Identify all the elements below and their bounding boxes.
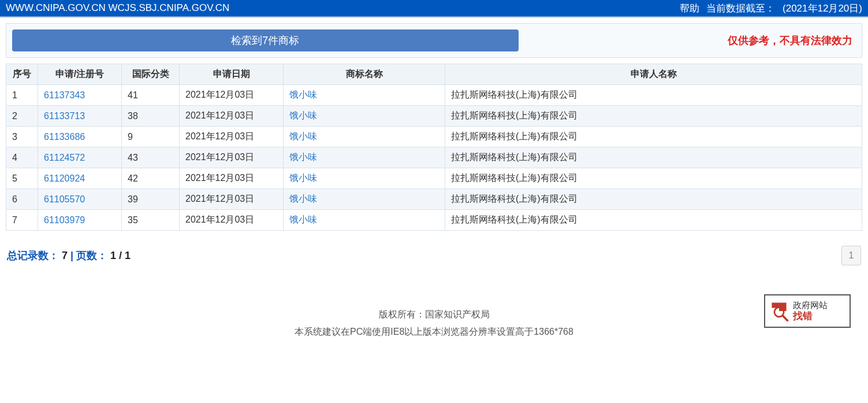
cell-intl-class: 43 <box>122 147 180 168</box>
th-regno: 申请/注册号 <box>38 64 122 85</box>
cell-applicant: 拉扎斯网络科技(上海)有限公司 <box>445 106 862 127</box>
cell-intl-class: 38 <box>122 106 180 127</box>
cell-regno[interactable]: 61120924 <box>38 168 122 189</box>
cell-regno[interactable]: 61124572 <box>38 147 122 168</box>
cell-tm-name[interactable]: 饿小味 <box>284 210 445 231</box>
cell-seq: 4 <box>6 147 38 168</box>
cell-app-date: 2021年12月03日 <box>180 189 284 210</box>
th-applicant: 申请人名称 <box>445 64 862 85</box>
th-tm-name: 商标名称 <box>284 64 445 85</box>
svg-line-1 <box>783 316 787 320</box>
cell-applicant: 拉扎斯网络科技(上海)有限公司 <box>445 147 862 168</box>
cell-seq: 7 <box>6 210 38 231</box>
cell-regno[interactable]: 61133686 <box>38 127 122 147</box>
cell-intl-class: 35 <box>122 210 180 231</box>
cell-app-date: 2021年12月03日 <box>180 85 284 106</box>
cell-tm-name[interactable]: 饿小味 <box>284 189 445 210</box>
header-urls: WWW.CNIPA.GOV.CN WCJS.SBJ.CNIPA.GOV.CN <box>6 2 229 14</box>
cell-applicant: 拉扎斯网络科技(上海)有限公司 <box>445 127 862 147</box>
cell-app-date: 2021年12月03日 <box>180 127 284 147</box>
cell-intl-class: 39 <box>122 189 180 210</box>
results-table: 序号 申请/注册号 国际分类 申请日期 商标名称 申请人名称 161137343… <box>6 64 862 231</box>
total-label: 总记录数： <box>7 250 59 261</box>
data-as-of-label: 当前数据截至： <box>706 3 775 14</box>
table-row: 36113368692021年12月03日饿小味拉扎斯网络科技(上海)有限公司 <box>6 127 862 147</box>
cell-app-date: 2021年12月03日 <box>180 168 284 189</box>
cell-seq: 1 <box>6 85 38 106</box>
table-header-row: 序号 申请/注册号 国际分类 申请日期 商标名称 申请人名称 <box>6 64 862 85</box>
cell-seq: 2 <box>6 106 38 127</box>
table-row: 461124572432021年12月03日饿小味拉扎斯网络科技(上海)有限公司 <box>6 147 862 168</box>
cell-tm-name[interactable]: 饿小味 <box>284 168 445 189</box>
cell-tm-name[interactable]: 饿小味 <box>284 127 445 147</box>
footer: 版权所有：国家知识产权局 本系统建议在PC端使用IE8以上版本浏览器分辨率设置高… <box>6 306 862 341</box>
cell-regno[interactable]: 61103979 <box>38 210 122 231</box>
table-row: 761103979352021年12月03日饿小味拉扎斯网络科技(上海)有限公司 <box>6 210 862 231</box>
cell-applicant: 拉扎斯网络科技(上海)有限公司 <box>445 168 862 189</box>
cell-seq: 3 <box>6 127 38 147</box>
cell-regno[interactable]: 61137343 <box>38 85 122 106</box>
cell-intl-class: 42 <box>122 168 180 189</box>
page-number-button[interactable]: 1 <box>841 246 861 265</box>
cell-app-date: 2021年12月03日 <box>180 106 284 127</box>
cell-regno[interactable]: 61105570 <box>38 189 122 210</box>
gov-badge-top: 政府网站 <box>793 300 828 310</box>
page-label: 页数： <box>76 250 107 261</box>
cell-app-date: 2021年12月03日 <box>180 210 284 231</box>
cell-tm-name[interactable]: 饿小味 <box>284 106 445 127</box>
total-value: 7 <box>62 250 68 261</box>
cell-seq: 6 <box>6 189 38 210</box>
th-seq: 序号 <box>6 64 38 85</box>
cell-intl-class: 9 <box>122 127 180 147</box>
result-summary-banner: 检索到7件商标 <box>12 29 519 51</box>
cell-tm-name[interactable]: 饿小味 <box>284 147 445 168</box>
help-link[interactable]: 帮助 <box>680 3 699 14</box>
legal-disclaimer: 仅供参考，不具有法律效力 <box>519 34 856 47</box>
table-row: 661105570392021年12月03日饿小味拉扎斯网络科技(上海)有限公司 <box>6 189 862 210</box>
data-as-of-value: (2021年12月20日) <box>783 3 862 14</box>
footer-sys-req: 本系统建议在PC端使用IE8以上版本浏览器分辨率设置高于1366*768 <box>6 323 862 341</box>
gov-badge-text: 政府网站 找错 <box>793 300 828 322</box>
main-container: 检索到7件商标 仅供参考，不具有法律效力 序号 申请/注册号 国际分类 申请日期… <box>0 17 868 347</box>
gov-badge-bottom: 找错 <box>793 310 828 322</box>
top-bar: WWW.CNIPA.GOV.CN WCJS.SBJ.CNIPA.GOV.CN 帮… <box>0 0 868 17</box>
header-right: 帮助 当前数据截至： (2021年12月20日) <box>675 2 862 15</box>
cell-seq: 5 <box>6 168 38 189</box>
paging-row: 总记录数： 7 | 页数： 1 / 1 1 <box>6 231 862 271</box>
th-intl-class: 国际分类 <box>122 64 180 85</box>
footer-copyright: 版权所有：国家知识产权局 <box>6 306 862 323</box>
table-row: 261133713382021年12月03日饿小味拉扎斯网络科技(上海)有限公司 <box>6 106 862 127</box>
paging-summary: 总记录数： 7 | 页数： 1 / 1 <box>7 249 131 262</box>
gov-error-report-badge[interactable]: 政府网站 找错 <box>764 294 851 328</box>
th-app-date: 申请日期 <box>180 64 284 85</box>
page-value: 1 / 1 <box>110 250 131 261</box>
paging-sep: | <box>70 250 76 261</box>
table-row: 561120924422021年12月03日饿小味拉扎斯网络科技(上海)有限公司 <box>6 168 862 189</box>
cell-regno[interactable]: 61133713 <box>38 106 122 127</box>
result-banner-row: 检索到7件商标 仅供参考，不具有法律效力 <box>6 23 862 58</box>
cell-applicant: 拉扎斯网络科技(上海)有限公司 <box>445 189 862 210</box>
cell-tm-name[interactable]: 饿小味 <box>284 85 445 106</box>
cell-intl-class: 41 <box>122 85 180 106</box>
cell-applicant: 拉扎斯网络科技(上海)有限公司 <box>445 210 862 231</box>
table-row: 161137343412021年12月03日饿小味拉扎斯网络科技(上海)有限公司 <box>6 85 862 106</box>
cell-app-date: 2021年12月03日 <box>180 147 284 168</box>
cell-applicant: 拉扎斯网络科技(上海)有限公司 <box>445 85 862 106</box>
magnifier-icon <box>769 301 789 321</box>
